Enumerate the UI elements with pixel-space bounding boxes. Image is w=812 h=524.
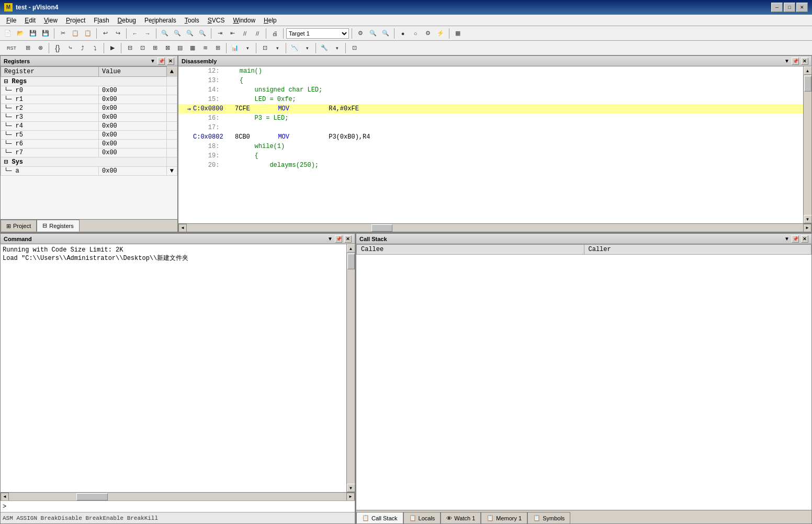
tb-open[interactable]: 📂 — [15, 28, 26, 39]
tb-comment[interactable]: // — [239, 28, 251, 39]
menu-file[interactable]: File — [2, 16, 20, 25]
tab-call-stack[interactable]: 📋 Call Stack — [356, 512, 403, 523]
tb-serial[interactable]: ▦ — [187, 42, 198, 54]
tab-project[interactable]: ⊞ Project — [1, 220, 37, 232]
tb-settings[interactable]: ⚙ — [422, 28, 434, 39]
disasm-pin-button[interactable]: 📌 — [792, 58, 799, 65]
call-stack-content[interactable]: Callee Caller — [356, 244, 811, 510]
maximize-button[interactable]: □ — [784, 3, 795, 12]
disasm-scrollbar-v[interactable]: ▲ ▼ — [803, 66, 811, 223]
menu-debug[interactable]: Debug — [114, 16, 140, 25]
tb-flash-btn[interactable]: ⚡ — [435, 28, 446, 39]
tb-print[interactable]: 🖨 — [269, 28, 280, 39]
menu-help[interactable]: Help — [260, 16, 281, 25]
registers-close-button[interactable]: ✕ — [167, 58, 174, 65]
close-button[interactable]: ✕ — [796, 3, 808, 12]
tb-manage[interactable]: ⚙ — [355, 28, 366, 39]
call-stack-pin-button[interactable]: 📌 — [792, 235, 799, 243]
tb-back[interactable]: ← — [129, 28, 141, 39]
tab-locals[interactable]: 📋 Locals — [403, 512, 441, 523]
command-scroll-thumb[interactable] — [347, 254, 355, 269]
disasm-scroll-right[interactable]: ► — [803, 224, 811, 232]
tb-regs[interactable]: ⊞ — [22, 42, 33, 54]
tb-save-all[interactable]: 💾 — [40, 28, 51, 39]
command-scroll-down[interactable]: ▼ — [347, 484, 355, 492]
tb-tools3[interactable]: ▾ — [331, 42, 343, 54]
tb-run2[interactable]: ▶ — [107, 42, 118, 54]
tb-redo[interactable]: ↪ — [112, 28, 123, 39]
command-pin-button[interactable]: 📌 — [335, 235, 342, 243]
tb-step-into[interactable]: {} — [52, 42, 63, 54]
tb-zoom[interactable]: 🔍 — [380, 28, 391, 39]
disasm-scroll-hthumb[interactable] — [371, 224, 392, 232]
command-close-button[interactable]: ✕ — [344, 235, 352, 243]
tb-find[interactable]: 🔍 — [159, 28, 171, 39]
tb-code1[interactable]: ⊡ — [259, 42, 270, 54]
tb-copy[interactable]: 📋 — [70, 28, 81, 39]
disasm-lines[interactable]: 12: main() 13: { 14: u — [178, 66, 803, 223]
disasm-scrollbar-h[interactable]: ◄ ► — [178, 223, 811, 232]
tb-target-select[interactable]: Target 1 — [286, 28, 349, 39]
tb-replace[interactable]: 🔍 — [172, 28, 183, 39]
menu-flash[interactable]: Flash — [89, 16, 113, 25]
tb-cut[interactable]: ✂ — [57, 28, 69, 39]
tb-sym-win[interactable]: ⊡ — [137, 42, 148, 54]
command-scroll-up[interactable]: ▲ — [347, 244, 355, 253]
tb-layout[interactable]: ▦ — [452, 28, 464, 39]
disasm-scroll-thumb[interactable] — [804, 76, 811, 92]
minimize-button[interactable]: ─ — [771, 3, 783, 12]
menu-view[interactable]: View — [40, 16, 62, 25]
tab-registers[interactable]: ⊟ Registers — [37, 220, 79, 232]
registers-pin-button[interactable]: 📌 — [157, 58, 165, 65]
tb-regs-win[interactable]: ⊞ — [149, 42, 161, 54]
tb-stop[interactable]: ○ — [410, 28, 421, 39]
menu-svcs[interactable]: SVCS — [204, 16, 229, 25]
tb-more[interactable]: ⊡ — [348, 42, 360, 54]
tb-outdent[interactable]: ⇤ — [227, 28, 238, 39]
call-stack-close-button[interactable]: ✕ — [801, 235, 808, 243]
tb-perf2[interactable]: 📉 — [289, 42, 300, 54]
command-scrollbar-v[interactable]: ▲ ▼ — [346, 244, 355, 492]
tb-undo[interactable]: ↩ — [99, 28, 111, 39]
tb-indent[interactable]: ⇥ — [214, 28, 225, 39]
command-output[interactable]: Running with Code Size Limit: 2K Load "C… — [1, 244, 346, 492]
tb-graph2[interactable]: ▾ — [242, 42, 253, 54]
cmd-scroll-right[interactable]: ► — [346, 493, 355, 501]
command-scrollbar-h[interactable]: ◄ ► — [1, 492, 355, 500]
tab-watch1[interactable]: 👁 Watch 1 — [441, 512, 481, 523]
tb-find-refs[interactable]: 🔍 — [197, 28, 208, 39]
tab-symbols[interactable]: 📋 Symbols — [527, 512, 570, 523]
tb-save[interactable]: 💾 — [27, 28, 39, 39]
tb-mem-win[interactable]: ▤ — [174, 42, 186, 54]
tb-uncomment[interactable]: // — [252, 28, 263, 39]
tb-step-out[interactable]: ⤴ — [77, 42, 88, 54]
registers-scroll[interactable]: Register Value ▲ ⊟ Regs └─ r00x00 └─ r10… — [1, 66, 177, 219]
tb-perf3[interactable]: ▾ — [301, 42, 313, 54]
disasm-close-button[interactable]: ✕ — [801, 58, 808, 65]
disasm-scroll-up[interactable]: ▲ — [804, 66, 812, 75]
tb-step-over[interactable]: ⤷ — [64, 42, 76, 54]
menu-peripherals[interactable]: Peripherals — [140, 16, 181, 25]
menu-window[interactable]: Window — [229, 16, 260, 25]
tb-new[interactable]: 📄 — [2, 28, 14, 39]
tb-logic[interactable]: ≋ — [199, 42, 211, 54]
cmd-scroll-hthumb[interactable] — [76, 493, 108, 500]
tab-memory1[interactable]: 📋 Memory 1 — [481, 512, 527, 523]
tb-watch[interactable]: ⊠ — [162, 42, 173, 54]
tb-inspect[interactable]: 🔍 — [367, 28, 379, 39]
tb-run-to[interactable]: ⤵ — [89, 42, 101, 54]
menu-tools[interactable]: Tools — [181, 16, 204, 25]
tb-stop2[interactable]: ⊗ — [35, 42, 46, 54]
tb-run[interactable]: ● — [397, 28, 409, 39]
tb-perf[interactable]: ⊞ — [212, 42, 223, 54]
tb-paste[interactable]: 📋 — [82, 28, 94, 39]
tb-graph1[interactable]: 📊 — [229, 42, 241, 54]
tb-disasm[interactable]: ⊟ — [124, 42, 136, 54]
command-prompt[interactable]: > — [1, 500, 355, 512]
tb-forward[interactable]: → — [142, 28, 153, 39]
disasm-scroll-down[interactable]: ▼ — [804, 215, 812, 223]
menu-edit[interactable]: Edit — [20, 16, 40, 25]
cmd-scroll-left[interactable]: ◄ — [1, 493, 9, 501]
tb-code2[interactable]: ▾ — [272, 42, 283, 54]
tb-find-all[interactable]: 🔍 — [184, 28, 196, 39]
